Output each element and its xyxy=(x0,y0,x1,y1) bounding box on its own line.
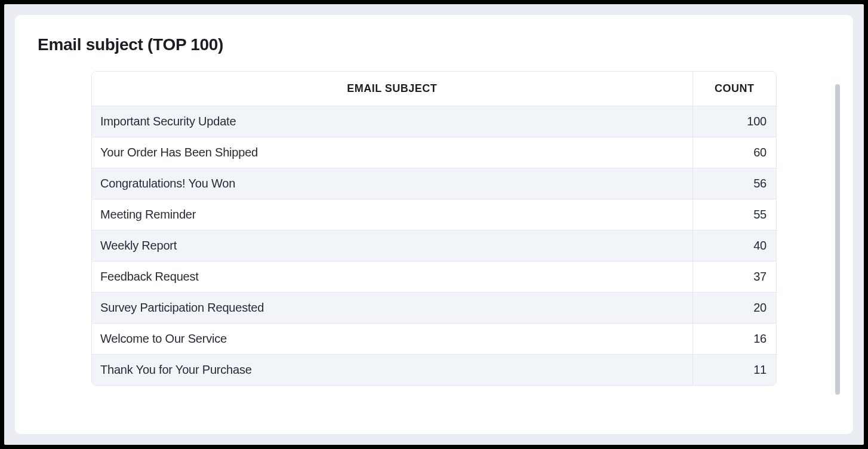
cell-subject: Congratulations! You Won xyxy=(92,168,692,199)
table-body: Important Security Update100Your Order H… xyxy=(92,106,776,386)
table-row[interactable]: Survey Participation Requested20 xyxy=(92,293,776,324)
cell-subject: Important Security Update xyxy=(92,106,692,137)
panel-title: Email subject (TOP 100) xyxy=(38,35,830,54)
table-row[interactable]: Feedback Request37 xyxy=(92,262,776,293)
card-panel: Email subject (TOP 100) EMAIL SUBJECT CO… xyxy=(15,15,853,434)
table-row[interactable]: Thank You for Your Purchase11 xyxy=(92,355,776,386)
cell-subject: Weekly Report xyxy=(92,230,692,262)
table-row[interactable]: Important Security Update100 xyxy=(92,106,776,137)
cell-subject: Meeting Reminder xyxy=(92,199,692,230)
table-header-row: EMAIL SUBJECT COUNT xyxy=(92,72,776,106)
email-subject-table: EMAIL SUBJECT COUNT Important Security U… xyxy=(92,72,776,385)
table-row[interactable]: Your Order Has Been Shipped60 xyxy=(92,137,776,168)
cell-subject: Thank You for Your Purchase xyxy=(92,355,692,386)
table-row[interactable]: Congratulations! You Won56 xyxy=(92,168,776,199)
cell-subject: Your Order Has Been Shipped xyxy=(92,137,692,168)
cell-count: 37 xyxy=(692,262,776,293)
col-header-count[interactable]: COUNT xyxy=(692,72,776,106)
cell-count: 40 xyxy=(692,230,776,262)
cell-count: 16 xyxy=(692,324,776,355)
cell-count: 100 xyxy=(692,106,776,137)
cell-subject: Survey Participation Requested xyxy=(92,293,692,324)
table-header: EMAIL SUBJECT COUNT xyxy=(92,72,776,106)
col-header-subject[interactable]: EMAIL SUBJECT xyxy=(92,72,692,106)
scrollbar-thumb[interactable] xyxy=(835,84,840,395)
table-row[interactable]: Weekly Report40 xyxy=(92,230,776,262)
email-subject-table-wrap: EMAIL SUBJECT COUNT Important Security U… xyxy=(91,71,777,386)
cell-count: 56 xyxy=(692,168,776,199)
cell-count: 11 xyxy=(692,355,776,386)
cell-subject: Welcome to Our Service xyxy=(92,324,692,355)
table-row[interactable]: Meeting Reminder55 xyxy=(92,199,776,230)
cell-count: 55 xyxy=(692,199,776,230)
cell-subject: Feedback Request xyxy=(92,262,692,293)
cell-count: 60 xyxy=(692,137,776,168)
page-background: Email subject (TOP 100) EMAIL SUBJECT CO… xyxy=(4,4,864,445)
cell-count: 20 xyxy=(692,293,776,324)
table-row[interactable]: Welcome to Our Service16 xyxy=(92,324,776,355)
